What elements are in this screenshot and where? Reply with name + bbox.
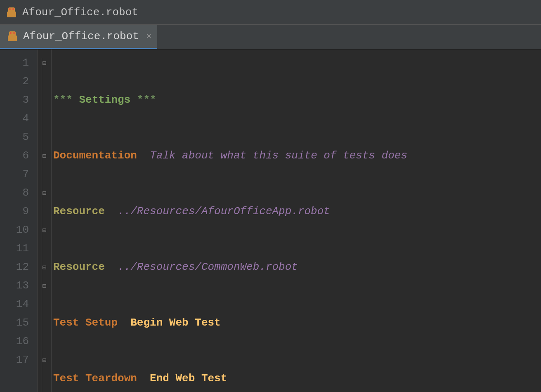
breadcrumb-file[interactable]: Afour_Office.robot bbox=[22, 6, 138, 19]
fold-marker bbox=[38, 295, 51, 314]
fold-marker bbox=[38, 91, 51, 109]
code-line-3[interactable]: Resource ../Resources/AfourOfficeApp.rob… bbox=[53, 202, 541, 221]
line-number: 4 bbox=[0, 109, 29, 128]
fold-marker bbox=[38, 128, 51, 146]
line-number: 17 bbox=[0, 351, 29, 369]
fold-marker[interactable]: ⊟ bbox=[38, 146, 51, 165]
code-line-4[interactable]: Resource ../Resources/CommonWeb.robot bbox=[53, 258, 541, 276]
fold-marker[interactable]: ⊟ bbox=[38, 221, 51, 239]
fold-marker[interactable]: ⊟ bbox=[38, 276, 51, 295]
line-number: 1 bbox=[0, 54, 29, 72]
line-number: 7 bbox=[0, 165, 29, 184]
line-number: 9 bbox=[0, 202, 29, 221]
code-area[interactable]: *** Settings *** Documentation Talk abou… bbox=[52, 50, 541, 392]
editor: 1234567891011121314151617 ⊟ ⊟ ⊟ ⊟ ⊟⊟ ⊟ *… bbox=[0, 50, 541, 392]
line-number: 12 bbox=[0, 258, 29, 276]
fold-marker bbox=[38, 314, 51, 332]
fold-marker bbox=[38, 109, 51, 128]
robot-icon bbox=[6, 30, 19, 43]
fold-marker bbox=[38, 72, 51, 91]
code-line-5[interactable]: Test Setup Begin Web Test bbox=[53, 314, 541, 332]
line-number-gutter: 1234567891011121314151617 bbox=[0, 50, 37, 392]
line-number: 11 bbox=[0, 239, 29, 258]
line-number: 16 bbox=[0, 332, 29, 351]
tab-label: Afour_Office.robot bbox=[23, 30, 139, 43]
tab-bar: Afour_Office.robot × bbox=[0, 25, 541, 50]
close-icon[interactable]: × bbox=[146, 32, 151, 41]
fold-marker[interactable]: ⊟ bbox=[38, 54, 51, 72]
tab-active[interactable]: Afour_Office.robot × bbox=[0, 25, 157, 49]
line-number: 13 bbox=[0, 276, 29, 295]
line-number: 15 bbox=[0, 314, 29, 332]
code-line-2[interactable]: Documentation Talk about what this suite… bbox=[53, 146, 541, 165]
fold-marker[interactable]: ⊟ bbox=[38, 184, 51, 202]
fold-marker bbox=[38, 165, 51, 184]
line-number: 3 bbox=[0, 91, 29, 109]
line-number: 5 bbox=[0, 128, 29, 146]
line-number: 8 bbox=[0, 184, 29, 202]
fold-marker bbox=[38, 239, 51, 258]
line-number: 10 bbox=[0, 221, 29, 239]
code-line-6[interactable]: Test Teardown End Web Test bbox=[53, 369, 541, 388]
fold-marker bbox=[38, 202, 51, 221]
fold-strip: ⊟ ⊟ ⊟ ⊟ ⊟⊟ ⊟ bbox=[37, 50, 52, 392]
robot-icon bbox=[5, 6, 18, 19]
fold-marker[interactable]: ⊟ bbox=[38, 351, 51, 369]
fold-marker bbox=[38, 332, 51, 351]
line-number: 2 bbox=[0, 72, 29, 91]
breadcrumb: Afour_Office.robot bbox=[0, 0, 541, 25]
line-number: 6 bbox=[0, 146, 29, 165]
line-number: 14 bbox=[0, 295, 29, 314]
code-line-1[interactable]: *** Settings *** bbox=[53, 91, 541, 109]
fold-marker[interactable]: ⊟ bbox=[38, 258, 51, 276]
